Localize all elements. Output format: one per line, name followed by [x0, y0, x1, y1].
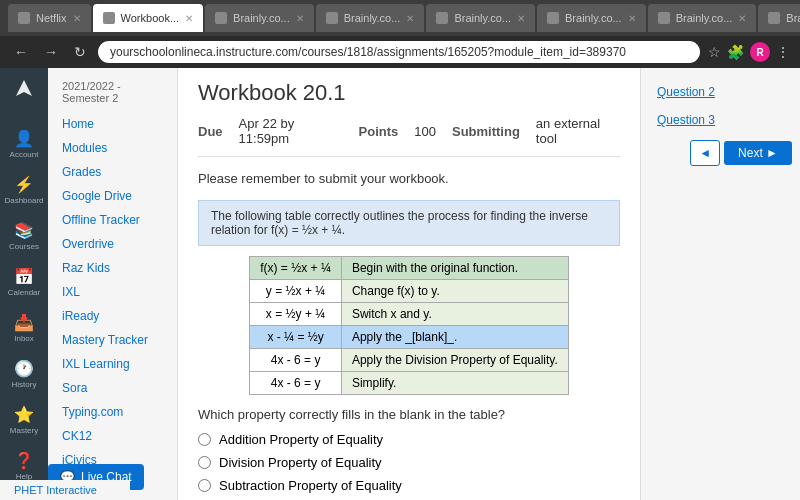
tab-favicon: [547, 12, 559, 24]
nav-link-grades[interactable]: Grades: [48, 160, 177, 184]
tab-favicon: [658, 12, 670, 24]
tab-favicon: [326, 12, 338, 24]
menu-icon[interactable]: ⋮: [776, 44, 790, 60]
nav-link-offline-tracker[interactable]: Offline Tracker: [48, 208, 177, 232]
tab-close-icon[interactable]: ✕: [628, 13, 636, 24]
browser-actions: ☆ 🧩 R ⋮: [708, 42, 790, 62]
right-nav-buttons: ◄ Next ►: [649, 140, 792, 166]
nav-link-typing.com[interactable]: Typing.com: [48, 400, 177, 424]
answer-option-1[interactable]: Division Property of Equality: [198, 455, 620, 470]
nav-link-raz-kids[interactable]: Raz Kids: [48, 256, 177, 280]
step-cell: Apply the Division Property of Equality.: [341, 349, 568, 372]
math-cell: f(x) = ½x + ¼: [250, 257, 342, 280]
right-question-link-0[interactable]: Question 2: [649, 80, 792, 104]
nav-link-modules[interactable]: Modules: [48, 136, 177, 160]
tab-label: Brainly.co...: [233, 12, 290, 24]
browser-tab-netflix[interactable]: Netflix✕: [8, 4, 91, 32]
sidebar-label: Courses: [9, 242, 39, 251]
bookmark-icon[interactable]: ☆: [708, 44, 721, 60]
tab-close-icon[interactable]: ✕: [296, 13, 304, 24]
nav-menu: 2021/2022 - Semester 2 HomeModulesGrades…: [48, 68, 178, 500]
question-text: The following table correctly outlines t…: [198, 200, 620, 246]
sidebar-item-calendar[interactable]: 📅Calendar: [0, 261, 48, 303]
sidebar-label: Inbox: [14, 334, 34, 343]
tab-favicon: [768, 12, 780, 24]
points-value: 100: [414, 124, 436, 139]
sidebar-item-account[interactable]: 👤Account: [0, 123, 48, 165]
browser-tab-workbook[interactable]: Workbook...✕: [93, 4, 204, 32]
tab-close-icon[interactable]: ✕: [73, 13, 81, 24]
sidebar-item-inbox[interactable]: 📥Inbox: [0, 307, 48, 349]
course-header: 2021/2022 - Semester 2: [48, 76, 177, 112]
reload-button[interactable]: ↻: [70, 42, 90, 62]
which-property-text: Which property correctly fills in the bl…: [198, 407, 620, 422]
tab-close-icon[interactable]: ✕: [406, 13, 414, 24]
app-logo: [8, 76, 40, 111]
nav-link-mastery-tracker[interactable]: Mastery Tracker: [48, 328, 177, 352]
sidebar-label: Calendar: [8, 288, 40, 297]
nav-link-home[interactable]: Home: [48, 112, 177, 136]
table-row: x = ½y + ¼Switch x and y.: [250, 303, 569, 326]
right-question-link-1[interactable]: Question 3: [649, 108, 792, 132]
math-cell: x - ¼ = ½y: [250, 326, 342, 349]
nav-link-overdrive[interactable]: Overdrive: [48, 232, 177, 256]
radio-input-0[interactable]: [198, 433, 211, 446]
nav-link-ixl[interactable]: IXL: [48, 280, 177, 304]
sidebar-item-courses[interactable]: 📚Courses: [0, 215, 48, 257]
sidebar-icon: ❓: [14, 451, 34, 470]
math-table: f(x) = ½x + ¼Begin with the original fun…: [249, 256, 569, 395]
browser-tab-brainly6[interactable]: Brainly.co...✕: [758, 4, 800, 32]
radio-input-2[interactable]: [198, 479, 211, 492]
phet-link[interactable]: PHET Interactive: [0, 480, 130, 500]
nav-link-ck12[interactable]: CK12: [48, 424, 177, 448]
browser-tab-brainly5[interactable]: Brainly.co...✕: [648, 4, 757, 32]
tab-close-icon[interactable]: ✕: [738, 13, 746, 24]
tab-close-icon[interactable]: ✕: [185, 13, 193, 24]
page-title: Workbook 20.1: [198, 80, 620, 106]
step-cell: Change f(x) to y.: [341, 280, 568, 303]
submitting-value: an external tool: [536, 116, 620, 146]
sidebar-icon: 👤: [14, 129, 34, 148]
sidebar-item-dashboard[interactable]: ⚡Dashboard: [0, 169, 48, 211]
nav-link-google-drive[interactable]: Google Drive: [48, 184, 177, 208]
sidebar-label: Account: [10, 150, 39, 159]
back-button[interactable]: ←: [10, 42, 32, 62]
right-next-button[interactable]: Next ►: [724, 141, 792, 165]
browser-tab-brainly2[interactable]: Brainly.co...✕: [316, 4, 425, 32]
tab-favicon: [215, 12, 227, 24]
browser-tab-brainly1[interactable]: Brainly.co...✕: [205, 4, 314, 32]
meta-row: Due Apr 22 by 11:59pm Points 100 Submitt…: [198, 116, 620, 157]
notice-text: Please remember to submit your workbook.: [198, 171, 620, 186]
tab-close-icon[interactable]: ✕: [517, 13, 525, 24]
radio-input-1[interactable]: [198, 456, 211, 469]
extensions-icon[interactable]: 🧩: [727, 44, 744, 60]
app-body: 👤Account⚡Dashboard📚Courses📅Calendar📥Inbo…: [0, 68, 800, 500]
nav-link-ixl-learning[interactable]: IXL Learning: [48, 352, 177, 376]
sidebar-item-mastery[interactable]: ⭐Mastery: [0, 399, 48, 441]
option-label-1: Division Property of Equality: [219, 455, 382, 470]
due-value: Apr 22 by 11:59pm: [239, 116, 343, 146]
tab-label: Brainly.co...: [565, 12, 622, 24]
forward-button[interactable]: →: [40, 42, 62, 62]
nav-link-sora[interactable]: Sora: [48, 376, 177, 400]
points-label: Points: [359, 124, 399, 139]
answer-option-0[interactable]: Addition Property of Equality: [198, 432, 620, 447]
tab-label: Brainly.co...: [454, 12, 511, 24]
address-bar: ← → ↻ ☆ 🧩 R ⋮: [0, 36, 800, 68]
answer-option-2[interactable]: Subtraction Property of Equality: [198, 478, 620, 493]
submitting-label: Submitting: [452, 124, 520, 139]
tab-label: Brainly.co...: [786, 12, 800, 24]
tab-label: Brainly.co...: [344, 12, 401, 24]
sidebar-item-history[interactable]: 🕐History: [0, 353, 48, 395]
browser-tab-brainly3[interactable]: Brainly.co...✕: [426, 4, 535, 32]
browser-chrome: Netflix✕Workbook...✕Brainly.co...✕Brainl…: [0, 0, 800, 36]
right-question-links: Question 2Question 3: [649, 80, 792, 132]
url-input[interactable]: [98, 41, 700, 63]
right-prev-arrow[interactable]: ◄: [690, 140, 720, 166]
browser-tab-brainly4[interactable]: Brainly.co...✕: [537, 4, 646, 32]
sidebar-icon: 🕐: [14, 359, 34, 378]
sidebar-label: Mastery: [10, 426, 38, 435]
step-cell: Apply the _[blank]_.: [341, 326, 568, 349]
profile-avatar[interactable]: R: [750, 42, 770, 62]
nav-link-iready[interactable]: iReady: [48, 304, 177, 328]
